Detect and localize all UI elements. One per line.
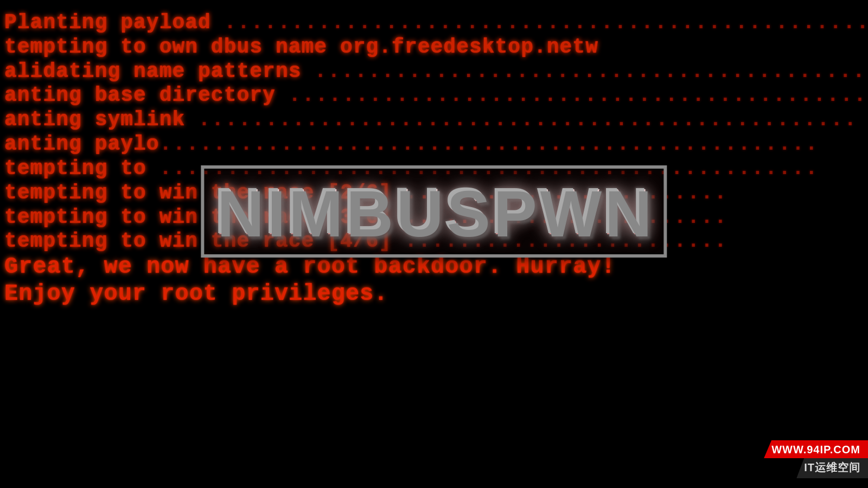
terminal-line-1: Planting payload .......................…	[0, 11, 868, 35]
terminal-line-2: tempting to own dbus name org.freedeskto…	[0, 35, 868, 60]
terminal-line-4: anting base directory ..................…	[0, 84, 868, 108]
nimbuspwn-title: NIMBUSPWN	[215, 174, 653, 249]
watermark-brand: IT运维空间	[796, 458, 868, 478]
watermark-url: WWW.94IP.COM	[764, 440, 868, 458]
terminal-line-11: Great, we now have a root backdoor. Hurr…	[0, 254, 868, 281]
nimbuspwn-logo: NIMBUSPWN	[201, 165, 667, 258]
terminal-line-6: anting paylo............................…	[0, 132, 868, 157]
terminal-line-5: anting symlink .........................…	[0, 108, 868, 132]
terminal-line-3: alidating name patterns ................…	[0, 60, 868, 84]
nimbuspwn-border: NIMBUSPWN	[201, 165, 667, 258]
terminal-line-12: Enjoy your root privileges.	[0, 281, 868, 308]
watermark: WWW.94IP.COM IT运维空间	[764, 440, 868, 478]
terminal-screen: Planting payload .......................…	[0, 0, 868, 488]
